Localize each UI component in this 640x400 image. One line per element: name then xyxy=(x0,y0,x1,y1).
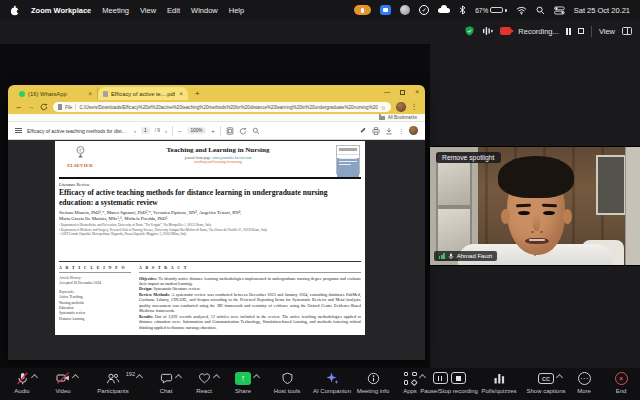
tab-pdf-title: Efficacy of active te....pdf xyxy=(111,91,175,97)
menu-view[interactable]: View xyxy=(140,6,156,15)
chat-options-chevron[interactable] xyxy=(174,374,181,381)
zoom-level-field[interactable]: 100% xyxy=(187,127,207,134)
tab-close-icon[interactable]: × xyxy=(88,90,92,97)
pdf-print-icon[interactable] xyxy=(372,127,380,135)
pdf-favicon xyxy=(103,91,108,97)
more-button[interactable]: ⋯ More xyxy=(570,371,598,394)
react-label: React xyxy=(196,388,212,394)
participant-video-tile[interactable]: Remove spotlight Ahmad Fauzi xyxy=(430,147,640,265)
bookmarks-folder-icon[interactable] xyxy=(379,116,385,120)
spotlight-search-icon[interactable] xyxy=(536,6,545,15)
tab-close-icon[interactable]: × xyxy=(179,90,183,97)
view-layout-icon[interactable] xyxy=(622,27,632,35)
journal-homepage-link[interactable]: www.journals.elsevier.com xyxy=(212,156,251,160)
refresh-button[interactable] xyxy=(40,103,48,111)
wifi-icon[interactable] xyxy=(516,6,527,15)
zoom-out-button[interactable]: − xyxy=(178,128,182,134)
meeting-info-button[interactable]: Meeting info xyxy=(351,371,395,394)
elsevier-wordmark: ELSEVIER xyxy=(60,163,100,168)
share-options-chevron[interactable] xyxy=(253,374,260,381)
stop-recording-icon[interactable] xyxy=(451,372,466,384)
pdf-menu-icon[interactable] xyxy=(15,128,22,134)
battery-indicator[interactable]: 67% xyxy=(475,7,507,14)
react-button[interactable]: React xyxy=(187,371,221,394)
host-tools-button[interactable]: Host tools xyxy=(267,371,307,394)
url-field[interactable]: File C:/Users/Downloads/Efficacy%20of%20… xyxy=(53,102,391,113)
tab-pdf[interactable]: Efficacy of active te....pdf × xyxy=(98,87,188,100)
camera-off-icon xyxy=(56,372,70,384)
paper-title: Efficacy of active teaching methods for … xyxy=(59,188,339,207)
view-button-label[interactable]: View xyxy=(599,27,615,36)
apple-logo-icon[interactable] xyxy=(10,5,20,16)
captions-icon: CC xyxy=(538,373,554,384)
security-shield-icon[interactable] xyxy=(464,25,475,37)
pause-stop-recording-button[interactable]: Pause/Stop recording xyxy=(416,371,482,394)
audio-options-chevron[interactable] xyxy=(30,374,37,381)
pdf-content-area[interactable]: ELSEVIER Teaching and Learning in Nursin… xyxy=(8,140,425,360)
next-page-icon[interactable]: › xyxy=(165,128,167,134)
control-center-icon[interactable] xyxy=(554,6,565,15)
show-captions-button[interactable]: CC Show captions xyxy=(521,371,571,394)
end-meeting-button[interactable]: × End xyxy=(607,371,635,394)
status-app-icon[interactable] xyxy=(400,5,410,15)
cloud-icon[interactable] xyxy=(438,8,450,13)
menu-meeting[interactable]: Meeting xyxy=(102,6,129,15)
screen-share-indicator[interactable] xyxy=(380,5,391,15)
new-tab-button[interactable]: + xyxy=(195,89,200,98)
window-maximize-button[interactable] xyxy=(400,90,405,95)
bookmark-star-icon[interactable]: ☆ xyxy=(381,104,386,111)
url-scheme-label: File xyxy=(65,105,72,110)
tab-whatsapp-title: (16) WhatsApp xyxy=(28,91,67,97)
pdf-more-icon[interactable]: ⋮ xyxy=(398,127,404,134)
pdf-rotate-icon[interactable] xyxy=(239,127,247,135)
all-bookmarks-label[interactable]: All Bookmarks xyxy=(388,115,417,120)
zoom-in-button[interactable]: + xyxy=(211,128,215,134)
forward-button[interactable]: → xyxy=(28,103,36,111)
menubar-clock[interactable]: Sat 25 Oct 20.21 xyxy=(574,6,630,15)
shared-screen-area: (16) WhatsApp × Efficacy of active te...… xyxy=(0,44,430,368)
pdf-download-icon[interactable] xyxy=(385,127,393,135)
participants-options-chevron[interactable] xyxy=(136,374,143,381)
participant-mic-icon xyxy=(448,253,454,260)
stop-recording-button[interactable] xyxy=(578,28,584,34)
share-button[interactable]: ↑ Share xyxy=(225,371,261,394)
menu-window[interactable]: Window xyxy=(191,6,218,15)
pdf-fit-page-icon[interactable] xyxy=(226,127,234,135)
video-button[interactable]: Video xyxy=(46,371,80,394)
previous-page-icon[interactable]: ‹ xyxy=(134,128,136,134)
menubar-app-name[interactable]: Zoom Workplace xyxy=(31,6,91,15)
browser-menu-icon[interactable]: ⋮ xyxy=(411,103,419,111)
mic-in-use-indicator[interactable] xyxy=(354,5,371,15)
audio-button[interactable]: Audio xyxy=(6,371,38,394)
apps-icon xyxy=(404,372,417,385)
captions-options-chevron[interactable] xyxy=(556,374,563,381)
audio-status-icon[interactable] xyxy=(482,26,493,36)
ai-companion-button[interactable]: AI Companion xyxy=(307,371,357,394)
pause-recording-icon[interactable] xyxy=(433,372,448,384)
menu-help[interactable]: Help xyxy=(229,6,244,15)
article-section-label: Literature Review xyxy=(59,182,89,187)
polls-quizzes-button[interactable]: Polls/quizzes xyxy=(474,371,524,394)
pdf-search-icon[interactable] xyxy=(252,127,260,135)
pause-recording-button[interactable] xyxy=(566,28,571,35)
participants-button[interactable]: 192 Participants xyxy=(86,371,140,394)
journal-homepage-link2[interactable]: teaching-and-learning-in-nursing xyxy=(103,160,333,164)
check-circle-icon[interactable]: ✓ xyxy=(419,5,429,15)
journal-title: Teaching and Learning in Nursing xyxy=(103,146,333,154)
participant-hair xyxy=(498,156,574,198)
video-options-chevron[interactable] xyxy=(72,374,79,381)
window-minimize-button[interactable]: — xyxy=(384,88,391,95)
remove-spotlight-button[interactable]: Remove spotlight xyxy=(436,152,501,163)
react-options-chevron[interactable] xyxy=(212,374,219,381)
bluetooth-icon[interactable] xyxy=(459,5,466,15)
chat-button[interactable]: Chat xyxy=(151,371,181,394)
browser-profile-avatar[interactable] xyxy=(396,102,406,112)
audio-label: Audio xyxy=(14,388,29,394)
menu-edit[interactable]: Edit xyxy=(167,6,180,15)
pdf-annotate-icon[interactable] xyxy=(359,127,367,135)
tab-whatsapp[interactable]: (16) WhatsApp × xyxy=(14,87,98,100)
window-close-button[interactable]: × xyxy=(415,88,419,95)
pdf-profile-avatar[interactable] xyxy=(409,126,418,135)
page-number-field[interactable]: 1 xyxy=(141,127,150,134)
back-button[interactable]: ← xyxy=(15,103,23,111)
